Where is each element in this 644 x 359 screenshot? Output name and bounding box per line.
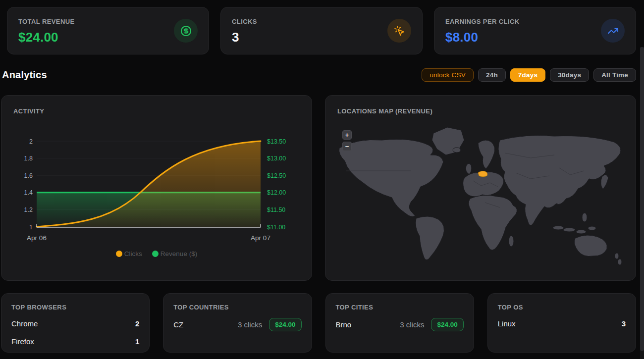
top-browsers-card: TOP BROWSERS Chrome 2 Firefox 1 bbox=[1, 293, 150, 353]
range-30days-button[interactable]: 30days bbox=[550, 68, 589, 82]
top-browsers-title: TOP BROWSERS bbox=[11, 304, 139, 311]
country-name: CZ bbox=[173, 320, 183, 329]
chart-legend: Clicks Revenue ($) bbox=[1, 250, 312, 257]
city-clicks: 3 clicks bbox=[400, 320, 424, 329]
list-item: Firefox 1 bbox=[11, 336, 139, 347]
os-name: Linux bbox=[498, 319, 516, 328]
clicks-legend-dot-icon bbox=[116, 251, 122, 257]
map-zoom-in-button[interactable]: + bbox=[342, 130, 352, 140]
right-axis-ticks: $13.50 $13.00 $12.50 $12.00 $11.50 $11.0… bbox=[267, 138, 286, 231]
x-tick-apr06: Apr 06 bbox=[27, 234, 47, 242]
left-tick: 1 bbox=[29, 224, 33, 231]
top-cities-card: TOP CITIES Brno 3 clicks $24.00 bbox=[325, 293, 474, 353]
range-24h-button[interactable]: 24h bbox=[478, 68, 506, 82]
browser-count: 2 bbox=[135, 319, 139, 328]
top-os-title: TOP OS bbox=[498, 304, 626, 311]
city-revenue-badge: $24.00 bbox=[431, 318, 463, 331]
right-tick: $13.00 bbox=[267, 155, 286, 162]
page-title: Analytics bbox=[2, 69, 47, 81]
right-tick: $12.50 bbox=[267, 172, 286, 179]
stat-value-epc: $8.00 bbox=[445, 30, 625, 45]
stat-value-clicks: 3 bbox=[232, 30, 411, 45]
country-clicks: 3 clicks bbox=[238, 320, 262, 329]
cursor-click-icon bbox=[387, 19, 411, 43]
stat-label: TOTAL REVENUE bbox=[18, 18, 198, 25]
legend-label: Revenue ($) bbox=[161, 250, 197, 257]
stats-row: TOTAL REVENUE $24.00 CLICKS 3 EARNINGS P… bbox=[7, 7, 636, 54]
range-alltime-button[interactable]: All Time bbox=[593, 68, 636, 82]
legend-item-revenue: Revenue ($) bbox=[152, 250, 197, 257]
browser-name: Firefox bbox=[11, 337, 34, 346]
locations-map-card: LOCATIONS MAP (REVENUE) bbox=[325, 95, 636, 281]
bottom-row: TOP BROWSERS Chrome 2 Firefox 1 TOP COUN… bbox=[1, 293, 636, 353]
stat-card-total-revenue: TOTAL REVENUE $24.00 bbox=[7, 7, 209, 54]
right-tick: $11.50 bbox=[267, 206, 285, 213]
unlock-csv-button[interactable]: unlock CSV bbox=[422, 68, 474, 82]
map-card-title: LOCATIONS MAP (REVENUE) bbox=[337, 107, 432, 115]
scrollbar-thumb[interactable] bbox=[640, 47, 644, 351]
stat-label: EARNINGS PER CLICK bbox=[445, 18, 625, 25]
stat-value-total-revenue: $24.00 bbox=[18, 30, 198, 45]
activity-card: ACTIVITY bbox=[1, 95, 312, 281]
top-cities-title: TOP CITIES bbox=[336, 304, 464, 311]
list-item: Linux 3 bbox=[498, 318, 626, 329]
stat-card-clicks: CLICKS 3 bbox=[220, 7, 423, 54]
list-item: Brno 3 clicks $24.00 bbox=[336, 318, 464, 331]
x-tick-apr07: Apr 07 bbox=[251, 234, 270, 242]
list-item: Chrome 2 bbox=[11, 318, 139, 329]
dollar-circle-icon bbox=[174, 19, 198, 43]
top-countries-title: TOP COUNTRIES bbox=[173, 304, 301, 311]
left-tick: 2 bbox=[29, 138, 33, 145]
list-item: CZ 3 clicks $24.00 bbox=[173, 318, 301, 331]
range-7days-button[interactable]: 7days bbox=[510, 68, 545, 82]
right-tick: $11.00 bbox=[267, 224, 285, 231]
trending-up-icon bbox=[601, 19, 625, 43]
os-count: 3 bbox=[622, 319, 626, 328]
legend-label: Clicks bbox=[124, 250, 142, 257]
range-buttons: unlock CSV 24h 7days 30days All Time bbox=[422, 68, 636, 82]
top-countries-card: TOP COUNTRIES CZ 3 clicks $24.00 bbox=[163, 293, 312, 353]
left-axis-ticks: 2 1.8 1.6 1.4 1.2 1 bbox=[24, 138, 33, 231]
country-revenue-badge: $24.00 bbox=[269, 318, 301, 331]
stat-label: CLICKS bbox=[232, 18, 411, 25]
browser-count: 1 bbox=[135, 337, 139, 346]
stat-card-earnings-per-click: EARNINGS PER CLICK $8.00 bbox=[434, 7, 636, 54]
city-name: Brno bbox=[336, 320, 352, 329]
left-tick: 1.4 bbox=[24, 189, 33, 196]
left-tick: 1.6 bbox=[24, 172, 33, 179]
right-tick: $13.50 bbox=[267, 138, 286, 145]
map-highlight-cz[interactable] bbox=[478, 171, 487, 177]
right-tick: $12.00 bbox=[267, 189, 286, 196]
map-zoom-out-button[interactable]: − bbox=[342, 142, 352, 151]
top-os-card: TOP OS Linux 3 bbox=[487, 293, 636, 353]
revenue-legend-dot-icon bbox=[152, 251, 159, 257]
x-axis-labels: Apr 06 Apr 07 bbox=[27, 234, 270, 242]
analytics-header: Analytics unlock CSV 24h 7days 30days Al… bbox=[2, 67, 636, 82]
left-tick: 1.8 bbox=[24, 155, 33, 162]
legend-item-clicks: Clicks bbox=[116, 250, 142, 257]
browser-name: Chrome bbox=[11, 319, 38, 328]
world-map[interactable] bbox=[336, 123, 624, 269]
left-tick: 1.2 bbox=[24, 206, 33, 213]
